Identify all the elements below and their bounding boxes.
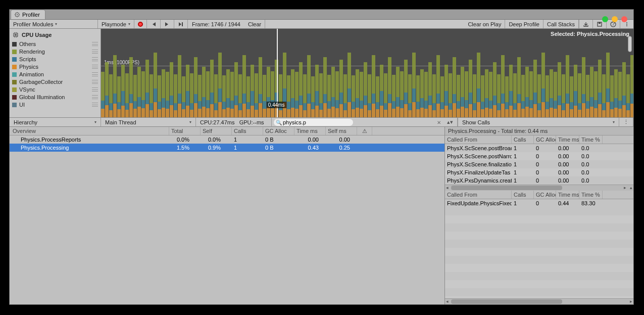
call-stacks-label: Call Stacks (547, 21, 575, 27)
profiler-icon (14, 12, 20, 18)
category-label: Animation (19, 71, 44, 77)
svg-point-8 (626, 25, 627, 26)
col-selfms[interactable]: Self ms (326, 127, 357, 135)
table-row[interactable]: FixedUpdate.PhysicsFixed100.4483.30 (445, 199, 633, 207)
record-button[interactable] (134, 20, 147, 28)
category-rendering[interactable]: Rendering (12, 48, 98, 55)
category-label: UI (19, 102, 25, 108)
category-ui[interactable]: UI (12, 101, 98, 108)
table-row[interactable]: PhysX.FinalizeUpdateTas100.000.0 (445, 168, 633, 176)
playmode-label: Playmode (102, 21, 126, 27)
cpu-usage-title[interactable]: CPU Usage (12, 30, 98, 40)
chart-selected-label: Selected: Physics.Processing (551, 31, 629, 37)
category-list: OthersRenderingScriptsPhysicsAnimationGa… (12, 40, 98, 108)
deep-profile-toggle[interactable]: Deep Profile (505, 20, 543, 28)
view-mode-dropdown[interactable]: Hierarchy (10, 118, 101, 126)
col-pct[interactable]: Time % (579, 136, 603, 144)
swatch-icon (12, 57, 17, 62)
drag-icon[interactable] (92, 65, 98, 69)
table-row[interactable]: Physics.ProcessReports0.0%0.0%10 B0.000.… (10, 136, 444, 144)
category-label: Global Illumination (19, 94, 65, 100)
parents-body[interactable]: FixedUpdate.PhysicsFixed100.4483.30 (445, 199, 633, 207)
callers-hscroll[interactable]: ◂ ▸ ▴ (445, 185, 633, 191)
col-warn[interactable]: ⚠ (357, 127, 372, 135)
category-label: GarbageCollector (19, 79, 63, 85)
category-others[interactable]: Others (12, 40, 98, 48)
callers-body[interactable]: PhysX.ScScene.postBroad100.000.0PhysX.Sc… (445, 144, 633, 185)
drag-icon[interactable] (92, 57, 98, 61)
close-dot[interactable] (621, 16, 627, 22)
callers-header[interactable]: Called From Calls GC Alloc Time ms▾ Time… (445, 136, 633, 144)
maximize-dot[interactable] (602, 16, 608, 22)
parents-hscroll[interactable]: ◂ ▸ (445, 298, 633, 304)
table-row[interactable]: PhysX.ScScene.finalizatio100.000.0 (445, 160, 633, 168)
tab-profiler[interactable]: Profiler (11, 10, 45, 19)
call-stacks-toggle[interactable]: Call Stacks (543, 20, 579, 28)
drag-icon[interactable] (92, 80, 98, 84)
parents-header[interactable]: Called From Calls GC Alloc Time ms▾ Time… (445, 191, 633, 199)
col-time2[interactable]: Time ms▾ (556, 136, 579, 144)
cpu-icon (12, 31, 19, 38)
col-total[interactable]: Total (169, 127, 201, 135)
col-gc[interactable]: GC Alloc (263, 127, 294, 135)
hierarchy-body[interactable]: Physics.ProcessReports0.0%0.0%10 B0.000.… (10, 136, 444, 304)
category-scripts[interactable]: Scripts (12, 56, 98, 63)
details-menu-button[interactable]: ⋮ (619, 118, 633, 126)
drag-icon[interactable] (92, 50, 98, 54)
load-button[interactable] (579, 20, 592, 28)
filter-bar: Hierarchy Main Thread CPU:27.47ms GPU:--… (10, 118, 633, 127)
tab-label: Profiler (22, 12, 40, 18)
category-global illumination[interactable]: Global Illumination (12, 94, 98, 101)
category-animation[interactable]: Animation (12, 71, 98, 78)
col-called-from[interactable]: Called From (445, 136, 512, 144)
toolbar: Profiler Modules Playmode Frame: 1746 / … (10, 20, 633, 29)
table-row[interactable]: Physics.Processing1.5%0.9%10 B0.430.25 (10, 144, 444, 152)
category-garbagecollector[interactable]: GarbageCollector (12, 78, 98, 85)
frame-current-button[interactable] (174, 20, 188, 28)
search-input[interactable] (274, 119, 353, 126)
clear-button[interactable]: Clear (244, 20, 265, 28)
col-self[interactable]: Self (201, 127, 232, 135)
drag-icon[interactable] (92, 72, 98, 76)
frame-first-button[interactable] (147, 20, 161, 28)
col-calls[interactable]: Calls (232, 127, 263, 135)
drag-icon[interactable] (92, 95, 98, 99)
table-row[interactable]: PhysX.ScScene.postBroad100.000.0 (445, 144, 633, 152)
profiler-modules-label: Profiler Modules (13, 21, 53, 27)
chart-scroll-handle[interactable] (628, 36, 632, 52)
category-physics[interactable]: Physics (12, 63, 98, 70)
category-label: Physics (19, 64, 38, 70)
col-gc2[interactable]: GC Alloc (534, 136, 556, 144)
hierarchy-header[interactable]: Overview Total Self Calls GC Alloc Time … (10, 127, 444, 136)
search-field[interactable]: 🔍 ✕ ▴▾ (272, 118, 458, 126)
drag-icon[interactable] (92, 103, 98, 107)
clear-on-play-toggle[interactable]: Clear on Play (464, 20, 505, 28)
svg-point-1 (17, 14, 18, 15)
window-controls[interactable] (602, 16, 627, 22)
swatch-icon (12, 65, 17, 69)
minimize-dot[interactable] (612, 16, 618, 22)
details-empty-area (445, 207, 633, 298)
drag-icon[interactable] (92, 42, 98, 46)
search-nav[interactable]: ▴▾ (445, 119, 455, 125)
cpu-title-label: CPU Usage (22, 32, 52, 38)
category-vsync[interactable]: VSync (12, 86, 98, 93)
svg-point-7 (626, 24, 627, 25)
swatch-icon (12, 42, 17, 47)
thread-dropdown[interactable]: Main Thread (101, 118, 196, 126)
profiler-modules-dropdown[interactable]: Profiler Modules (10, 20, 98, 28)
show-calls-dropdown[interactable]: Show Calls (458, 118, 619, 126)
call-details-panel: Physics.Processing - Total time: 0.44 ms… (445, 127, 633, 304)
clear-search-icon[interactable]: ✕ (437, 120, 441, 125)
col-time[interactable]: Time ms (294, 127, 326, 135)
table-row[interactable]: PhysX.ScScene.postNarro100.000.0 (445, 152, 633, 160)
col-overview[interactable]: Overview (10, 127, 169, 135)
timeline-chart[interactable]: Selected: Physics.Processing 1ms (1000FP… (101, 29, 633, 117)
table-row[interactable]: PhysX.PxsDynamics.creat100.000.0 (445, 176, 633, 185)
frame-last-button[interactable] (161, 20, 174, 28)
col-calls2[interactable]: Calls (512, 136, 534, 144)
playmode-dropdown[interactable]: Playmode (98, 20, 134, 28)
clear-label: Clear (248, 21, 261, 27)
cpu-usage-panel: CPU Usage OthersRenderingScriptsPhysicsA… (10, 29, 101, 117)
drag-icon[interactable] (92, 87, 98, 92)
